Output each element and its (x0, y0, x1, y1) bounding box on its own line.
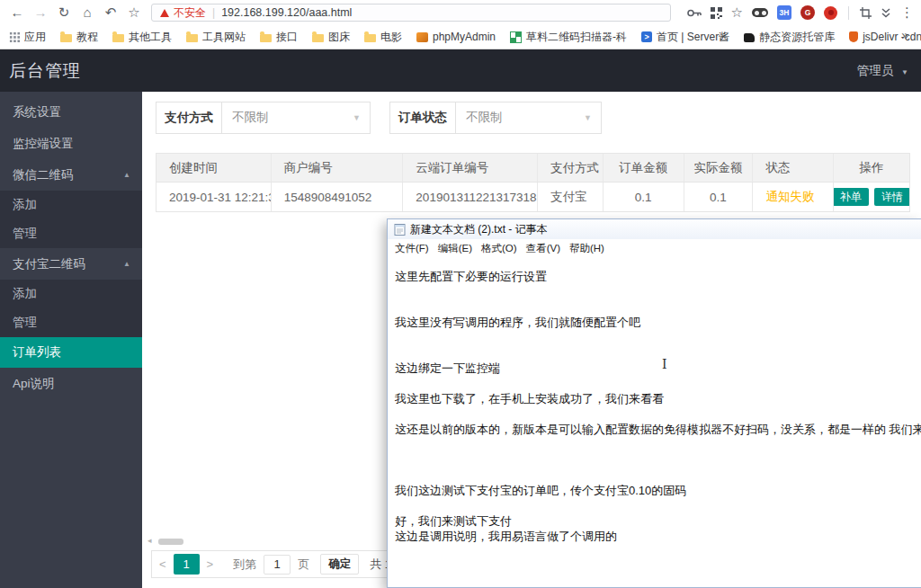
bookmark-label: 接口 (276, 30, 298, 45)
next-page-icon[interactable]: > (200, 557, 221, 571)
screen: ← → ↻ ⌂ ↶ ☆ 不安全 | 192.168.199.120/aaa.ht… (0, 0, 921, 588)
sidebar-item[interactable]: 管理 (0, 308, 142, 337)
double-chevron-down-icon[interactable] (881, 8, 891, 18)
security-warning-icon (160, 9, 169, 17)
sidebar-item[interactable]: 监控端设置 (0, 128, 142, 159)
sidebar-item[interactable]: 支付宝二维码 ▲ (0, 248, 142, 280)
bookmark-label: 应用 (24, 30, 46, 45)
scroll-left-icon[interactable]: ◂ (148, 536, 152, 545)
sidebar-item[interactable]: Api说明 (0, 368, 142, 399)
cell-merchant-id: 1548908491052 (271, 183, 403, 211)
pay-method-select[interactable]: 不限制 ▼ (221, 102, 371, 134)
column-header: 订单金额 (603, 154, 684, 182)
sidebar-item[interactable]: 微信二维码 ▲ (0, 159, 142, 191)
notepad-text-line (395, 284, 921, 299)
sidebar-item[interactable]: 添加 (0, 191, 142, 219)
menu-item[interactable]: 格式(O) (477, 242, 522, 255)
g-extension-icon[interactable]: G (800, 5, 815, 20)
page-1-button[interactable]: 1 (174, 554, 200, 575)
3h-extension-icon[interactable]: 3H (777, 5, 791, 20)
chevron-up-icon: ▲ (123, 260, 130, 268)
status-badge: 通知失败 (752, 183, 833, 211)
menu-item[interactable]: 帮助(H) (565, 242, 609, 255)
bookmark-icon (364, 34, 376, 42)
notepad-text-line: 这还是以前的版本的，新版本是可以输入配置数据的免得模拟器不好扫码，没关系，都是一… (395, 422, 921, 437)
bookmark-item[interactable]: 应用 (9, 30, 46, 45)
bookmark-item[interactable]: 首页 | Server酱 (641, 30, 729, 45)
table-row: 2019-01-31 12:21:31 1548908491052 201901… (156, 182, 909, 211)
bookmark-icon (260, 34, 272, 42)
orders-table: 创建时间商户编号云端订单编号支付方式订单金额实际金额状态操作 2019-01-3… (156, 153, 910, 212)
undo-icon[interactable]: ↶ (99, 0, 122, 25)
forward-icon[interactable]: → (29, 0, 52, 25)
bookmark-item[interactable]: 教程 (60, 30, 98, 45)
confirm-page-button[interactable]: 确定 (320, 554, 359, 575)
sidebar-item[interactable]: 系统设置 (0, 96, 142, 128)
reload-icon[interactable]: ↻ (52, 0, 76, 25)
crop-icon[interactable] (860, 7, 872, 19)
notepad-text-line (395, 468, 921, 483)
browser-menu-icon[interactable]: ⋮ (900, 0, 914, 25)
sidebar-item-label: 管理 (13, 315, 37, 331)
horizontal-scrollbar[interactable] (158, 539, 183, 545)
prev-page-icon[interactable]: < (152, 557, 174, 571)
star-icon[interactable]: ☆ (122, 0, 146, 25)
address-bar[interactable]: 不安全 | 192.168.199.120/aaa.html (151, 4, 671, 22)
bookmark-label: phpMyAdmin (433, 31, 496, 43)
notepad-lines: 这里先配置下必要的运行设置我这里没有写调用的程序，我们就随便配置个吧这边绑定一下… (395, 269, 921, 544)
notepad-text-line: 这里先配置下必要的运行设置 (395, 269, 921, 284)
bookmark-icon (312, 34, 324, 42)
notepad-text-area[interactable]: 这里先配置下必要的运行设置我这里没有写调用的程序，我们就随便配置个吧这边绑定一下… (388, 257, 921, 588)
notepad-window: 新建文本文档 (2).txt - 记事本 文件(F)编辑(E)格式(O)查看(V… (387, 218, 921, 588)
notepad-text-line (395, 452, 921, 468)
bookmark-item[interactable]: 电影 (364, 30, 402, 45)
table-header-row: 创建时间商户编号云端订单编号支付方式订单金额实际金额状态操作 (156, 154, 909, 182)
sidebar-item[interactable]: 订单列表 (0, 337, 142, 368)
sidebar-item-label: 监控端设置 (13, 136, 74, 152)
key-icon[interactable] (687, 9, 702, 17)
security-warning-label[interactable]: 不安全 (174, 5, 206, 21)
address-separator: | (212, 6, 215, 19)
menu-item[interactable]: 编辑(E) (434, 242, 477, 255)
qr-code-icon[interactable] (711, 7, 722, 19)
bookmark-item[interactable]: 静态资源托管库 (744, 30, 835, 45)
home-icon[interactable]: ⌂ (76, 0, 99, 25)
bookmark-star-icon[interactable]: ☆ (731, 0, 743, 25)
bookmark-item[interactable]: phpMyAdmin (416, 31, 496, 43)
bookmark-icon (510, 31, 522, 43)
notepad-menu-bar: 文件(F)编辑(E)格式(O)查看(V)帮助(H) (388, 239, 921, 257)
goto-label: 到第 (233, 557, 256, 573)
bookmarks-overflow-icon[interactable]: » (901, 28, 921, 42)
notepad-title-bar[interactable]: 新建文本文档 (2).txt - 记事本 (388, 219, 921, 239)
notepad-text-line: 这边是调用说明，我用易语言做了个调用的 (395, 529, 921, 544)
order-status-select[interactable]: 不限制 ▼ (455, 102, 602, 134)
bookmark-icon (112, 34, 124, 42)
menu-item[interactable]: 查看(V) (522, 242, 565, 255)
notepad-icon (394, 224, 406, 236)
cell-actual-amount: 0.1 (684, 183, 753, 211)
bookmark-label: 静态资源托管库 (759, 30, 835, 45)
chevron-down-icon: ▼ (584, 113, 592, 122)
glasses-extension-icon[interactable] (752, 8, 768, 17)
menu-item[interactable]: 文件(F) (390, 242, 434, 255)
sidebar-item[interactable]: 添加 (0, 280, 142, 308)
bookmark-item[interactable]: 图床 (312, 30, 350, 45)
column-header: 支付方式 (537, 154, 603, 182)
sidebar-nav: 系统设置 监控端设置 微信二维码 ▲ 添加 管理 (0, 92, 142, 588)
record-extension-icon[interactable] (824, 6, 837, 20)
sidebar-item-label: 管理 (13, 226, 37, 242)
bookmark-item[interactable]: 其他工具 (112, 30, 172, 45)
bookmark-icon (186, 34, 198, 42)
bookmark-item[interactable]: 接口 (260, 30, 298, 45)
notepad-text-line: 好，我们来测试下支付 (395, 513, 921, 529)
sidebar-item-label: Api说明 (13, 376, 55, 392)
page-number-input[interactable] (264, 555, 291, 575)
details-button[interactable]: 详情 (874, 188, 909, 206)
back-icon[interactable]: ← (5, 0, 29, 25)
column-header: 操作 (833, 154, 909, 182)
user-menu[interactable]: 管理员 ▼ (857, 49, 908, 94)
bookmark-item[interactable]: 工具网站 (186, 30, 246, 45)
sidebar-item[interactable]: 管理 (0, 219, 142, 248)
bookmark-item[interactable]: 草料二维码扫描器-科 (510, 30, 627, 45)
reissue-button[interactable]: 补单 (833, 188, 869, 206)
